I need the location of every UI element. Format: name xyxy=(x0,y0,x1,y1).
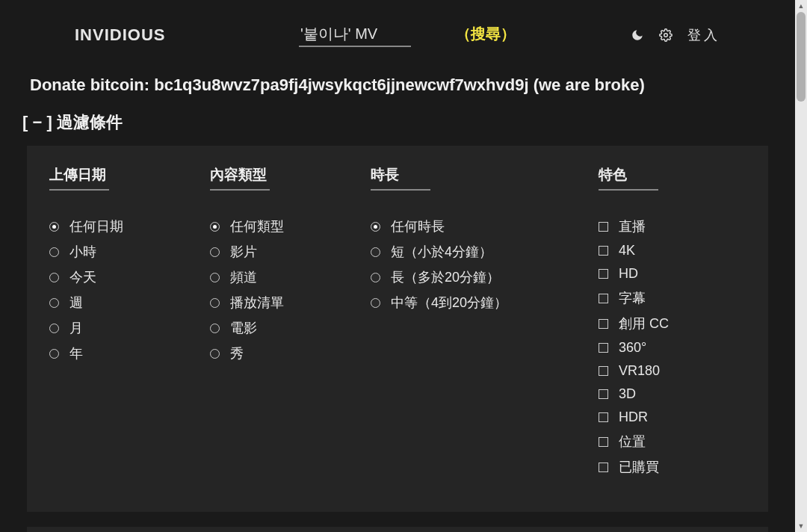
login-link[interactable]: 登入 xyxy=(687,26,720,44)
moon-icon[interactable] xyxy=(631,28,644,42)
duration-option[interactable]: 長（多於20分鐘） xyxy=(371,268,569,286)
option-label: 4K xyxy=(619,243,635,259)
content-type-option[interactable]: 播放清單 xyxy=(210,294,341,312)
svg-point-0 xyxy=(664,33,668,37)
feature-option[interactable]: 直播 xyxy=(599,217,746,235)
feature-option[interactable]: 已購買 xyxy=(599,458,746,476)
radio-icon xyxy=(371,273,380,282)
radio-icon xyxy=(210,273,220,282)
filter-title-upload-date: 上傳日期 xyxy=(49,165,109,191)
option-label: 播放清單 xyxy=(230,294,284,312)
checkbox-icon xyxy=(599,269,608,279)
checkbox-icon xyxy=(599,319,608,329)
checkbox-icon xyxy=(599,389,608,399)
content-type-option[interactable]: 影片 xyxy=(210,243,341,261)
feature-option[interactable]: 創用 CC xyxy=(599,315,746,332)
filters-toggle[interactable]: [ − ] 過濾條件 xyxy=(22,108,773,146)
option-label: 直播 xyxy=(619,217,646,235)
filter-title-features: 特色 xyxy=(599,165,658,191)
checkbox-icon xyxy=(599,437,608,447)
option-label: 影片 xyxy=(230,243,257,261)
upload-date-option[interactable]: 月 xyxy=(49,319,180,337)
radio-icon xyxy=(49,324,59,333)
radio-icon xyxy=(210,324,220,333)
duration-option[interactable]: 中等（4到20分鐘） xyxy=(371,294,569,312)
option-label: 中等（4到20分鐘） xyxy=(391,294,507,312)
donate-banner: Donate bitcoin: bc1q3u8wvz7pa9fj4jwsykqc… xyxy=(22,55,773,108)
upload-date-option[interactable]: 週 xyxy=(49,294,180,312)
radio-icon xyxy=(371,222,380,232)
feature-option[interactable]: HD xyxy=(599,266,746,282)
checkbox-icon xyxy=(599,343,608,353)
vertical-scrollbar[interactable]: ▲ ▼ xyxy=(795,0,807,532)
checkbox-icon xyxy=(599,366,608,376)
feature-option[interactable]: 3D xyxy=(599,386,746,402)
feature-option[interactable]: 4K xyxy=(599,243,746,259)
scrollbar-thumb[interactable] xyxy=(797,12,806,102)
option-label: 頻道 xyxy=(230,268,257,286)
duration-option[interactable]: 任何時長 xyxy=(371,217,569,235)
option-label: VR180 xyxy=(619,363,660,379)
scrollbar-down-icon[interactable]: ▼ xyxy=(797,521,806,531)
upload-date-option[interactable]: 小時 xyxy=(49,243,180,261)
option-label: 長（多於20分鐘） xyxy=(391,268,500,286)
brand-logo[interactable]: INVIDIOUS xyxy=(75,25,299,45)
radio-icon xyxy=(49,247,59,257)
option-label: 短（小於4分鐘） xyxy=(391,243,492,261)
option-label: 創用 CC xyxy=(619,315,669,332)
filters-panel: 上傳日期 任何日期 小時 今天 週 月 年 內容類型 任何類型 影片 頻道 播放… xyxy=(27,146,768,512)
radio-icon xyxy=(49,298,59,308)
radio-icon xyxy=(210,222,220,232)
option-label: 月 xyxy=(69,319,83,337)
checkbox-icon xyxy=(599,412,608,422)
radio-icon xyxy=(210,247,220,257)
checkbox-icon xyxy=(599,246,608,256)
radio-icon xyxy=(371,247,380,257)
scrollbar-up-icon[interactable]: ▲ xyxy=(797,1,806,11)
filter-title-duration: 時長 xyxy=(371,165,430,191)
radio-icon xyxy=(210,349,220,359)
option-label: 位置 xyxy=(619,433,646,451)
radio-icon xyxy=(49,349,59,359)
option-label: 年 xyxy=(69,344,83,362)
content-type-option[interactable]: 任何類型 xyxy=(210,217,341,235)
filter-title-content-type: 內容類型 xyxy=(210,165,270,191)
option-label: 電影 xyxy=(230,319,257,337)
search-input[interactable] xyxy=(299,22,411,47)
option-label: HD xyxy=(619,266,638,282)
option-label: 任何日期 xyxy=(69,217,123,235)
upload-date-option[interactable]: 今天 xyxy=(49,268,180,286)
content-type-option[interactable]: 頻道 xyxy=(210,268,341,286)
option-label: 已購買 xyxy=(619,458,659,476)
option-label: 週 xyxy=(69,294,83,312)
upload-date-option[interactable]: 年 xyxy=(49,344,180,362)
checkbox-icon xyxy=(599,463,608,472)
radio-icon xyxy=(210,298,220,308)
radio-icon xyxy=(49,222,59,232)
duration-option[interactable]: 短（小於4分鐘） xyxy=(371,243,569,261)
upload-date-option[interactable]: 任何日期 xyxy=(49,217,180,235)
feature-option[interactable]: 360° xyxy=(599,340,746,356)
option-label: 3D xyxy=(619,386,636,402)
checkbox-icon xyxy=(599,222,608,232)
search-button[interactable]: （搜尋） xyxy=(456,24,516,44)
content-type-option[interactable]: 電影 xyxy=(210,319,341,337)
option-label: 字幕 xyxy=(619,289,646,307)
feature-option[interactable]: 位置 xyxy=(599,433,746,451)
gear-icon[interactable] xyxy=(659,28,672,42)
feature-option[interactable]: 字幕 xyxy=(599,289,746,307)
checkbox-icon xyxy=(599,294,608,303)
option-label: 今天 xyxy=(69,268,96,286)
feature-option[interactable]: VR180 xyxy=(599,363,746,379)
content-type-option[interactable]: 秀 xyxy=(210,344,341,362)
option-label: 秀 xyxy=(230,344,244,362)
option-label: 任何時長 xyxy=(391,217,445,235)
option-label: 360° xyxy=(619,340,646,356)
feature-option[interactable]: HDR xyxy=(599,409,746,425)
option-label: HDR xyxy=(619,409,648,425)
sort-section: 排序 xyxy=(27,527,768,532)
option-label: 小時 xyxy=(69,243,96,261)
radio-icon xyxy=(371,298,380,308)
option-label: 任何類型 xyxy=(230,217,284,235)
radio-icon xyxy=(49,273,59,282)
